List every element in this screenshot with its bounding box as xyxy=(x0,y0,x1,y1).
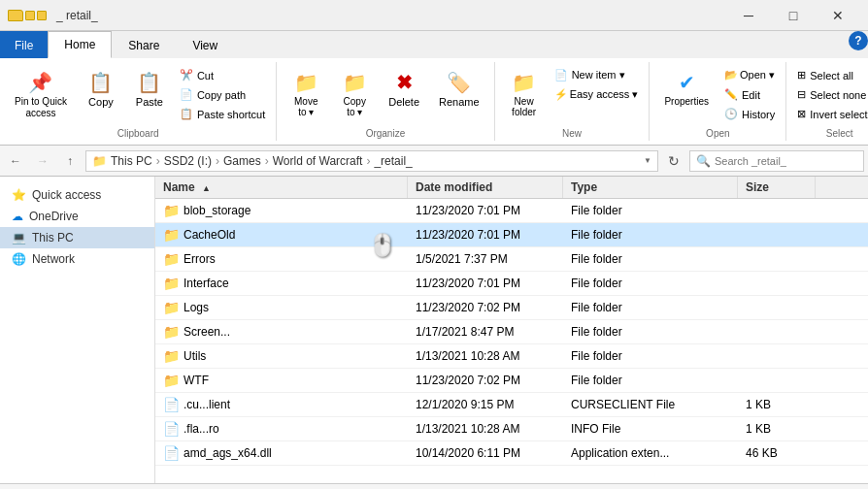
header-size[interactable]: Size xyxy=(738,177,816,198)
file-date-cell: 1/5/2021 7:37 PM xyxy=(408,248,563,270)
tab-share[interactable]: Share xyxy=(112,31,176,58)
close-button[interactable]: ✕ xyxy=(816,0,860,31)
address-bar: ← → ↑ 📁 This PC › SSD2 (I:) › Games › Wo… xyxy=(0,146,868,177)
maximize-button[interactable]: □ xyxy=(771,0,816,31)
paste-shortcut-button[interactable]: 📋 Paste shortcut xyxy=(175,105,270,123)
select-all-button[interactable]: ⊞ Select all xyxy=(792,66,868,84)
folder-icon: 📁 xyxy=(163,324,180,340)
file-name-cell: 📁 Utils xyxy=(155,344,408,368)
copy-button[interactable]: 📋 Copy xyxy=(78,66,124,113)
rename-icon: 🏷️ xyxy=(447,71,471,94)
sidebar-item-onedrive[interactable]: ☁ OneDrive xyxy=(0,206,154,227)
table-row[interactable]: 📁 Errors 1/5/2021 7:37 PM File folder xyxy=(155,247,868,272)
tab-home[interactable]: Home xyxy=(48,31,112,58)
sidebar-item-network[interactable]: 🌐 Network xyxy=(0,248,154,270)
network-icon: 🌐 xyxy=(12,252,26,266)
onedrive-icon: ☁ xyxy=(12,210,23,223)
file-name-cell: 📁 blob_storage xyxy=(155,199,408,222)
title-folder-icon xyxy=(8,10,47,21)
minimize-button[interactable]: ─ xyxy=(726,0,771,31)
file-date-cell: 12/1/2020 9:15 PM xyxy=(408,394,563,415)
new-item-button[interactable]: 📄 New item ▾ xyxy=(550,66,644,84)
invert-selection-button[interactable]: ⊠ Invert selection xyxy=(792,105,868,123)
pin-to-quick-access-button[interactable]: 📌 Pin to Quickaccess xyxy=(6,66,76,124)
history-icon: 🕒 xyxy=(724,108,738,120)
table-row[interactable]: 📁 Screen... 1/17/2021 8:47 PM File folde… xyxy=(155,320,868,344)
new-items: 📁 Newfolder 📄 New item ▾ ⚡ Easy access ▾ xyxy=(501,64,644,126)
edit-icon: ✏️ xyxy=(724,88,738,101)
file-date-cell: 10/14/2020 6:11 PM xyxy=(408,442,563,464)
file-size-cell: 1 KB xyxy=(738,418,816,440)
copy-to-button[interactable]: 📁 Copyto ▾ xyxy=(331,66,378,122)
back-button[interactable]: ← xyxy=(4,149,27,173)
table-row[interactable]: 📁 Utils 1/13/2021 10:28 AM File folder xyxy=(155,344,868,369)
new-folder-button[interactable]: 📁 Newfolder xyxy=(501,66,548,122)
new-small-col: 📄 New item ▾ ⚡ Easy access ▾ xyxy=(550,66,644,104)
move-to-button[interactable]: 📁 Moveto ▾ xyxy=(283,66,329,122)
file-date-cell: 1/17/2021 8:47 PM xyxy=(408,321,563,342)
folder-icon: 📁 xyxy=(163,373,180,388)
table-row[interactable]: 📄 .cu...lient 12/1/2020 9:15 PM CURSECLI… xyxy=(155,393,868,417)
copy-path-button[interactable]: 📄 Copy path xyxy=(175,85,270,104)
file-list-wrap: Name ▲ Date modified Type Size 📁 blob_st… xyxy=(155,177,868,483)
clipboard-label: Clipboard xyxy=(6,126,270,139)
copy-icon: 📋 xyxy=(88,71,113,94)
title-bar-left: _ retail_ xyxy=(8,9,726,22)
delete-button[interactable]: ✖ Delete xyxy=(380,66,428,113)
address-path[interactable]: 📁 This PC › SSD2 (I:) › Games › World of… xyxy=(85,150,658,172)
file-name-cell: 📄 amd_ags_x64.dll xyxy=(155,441,408,465)
open-label: Open xyxy=(655,126,780,139)
file-size-cell: 46 KB xyxy=(738,442,816,464)
main-content: ⭐ Quick access ☁ OneDrive 💻 This PC 🌐 Ne… xyxy=(0,177,868,483)
table-row[interactable]: 📁 blob_storage 11/23/2020 7:01 PM File f… xyxy=(155,199,868,223)
file-date-cell: 11/23/2020 7:02 PM xyxy=(408,370,563,391)
file-type-cell: File folder xyxy=(563,248,738,270)
search-input[interactable] xyxy=(715,155,857,167)
folder-icon: 📁 xyxy=(163,276,180,291)
cut-button[interactable]: ✂️ Cut xyxy=(175,66,270,84)
help-button[interactable]: ? xyxy=(849,31,868,50)
table-row[interactable]: 📄 .fla...ro 1/13/2021 10:28 AM INFO File… xyxy=(155,417,868,441)
new-label: New xyxy=(501,126,644,139)
paste-button[interactable]: 📋 Paste xyxy=(126,66,173,113)
ribbon-tabs: File Home Share View ? xyxy=(0,31,868,58)
tab-view[interactable]: View xyxy=(176,31,234,58)
open-button[interactable]: 📂 Open ▾ xyxy=(719,66,780,84)
file-icon: 📄 xyxy=(163,421,180,437)
header-date[interactable]: Date modified xyxy=(408,177,563,198)
organize-group: 📁 Moveto ▾ 📁 Copyto ▾ ✖ Delete 🏷️ Rename… xyxy=(277,62,494,141)
search-box[interactable]: 🔍 xyxy=(689,150,864,172)
header-type[interactable]: Type xyxy=(563,177,738,198)
file-size-cell: 1 KB xyxy=(738,394,816,415)
rename-button[interactable]: 🏷️ Rename xyxy=(430,66,488,113)
easy-access-button[interactable]: ⚡ Easy access ▾ xyxy=(550,85,644,104)
refresh-button[interactable]: ↻ xyxy=(662,149,685,173)
forward-button[interactable]: → xyxy=(31,149,54,173)
history-button[interactable]: 🕒 History xyxy=(719,105,780,123)
properties-button[interactable]: ✔ Properties xyxy=(655,66,718,112)
folder-icon: 📁 xyxy=(163,300,180,315)
pin-icon: 📌 xyxy=(28,71,52,94)
table-row[interactable]: 📁 Interface 11/23/2020 7:01 PM File fold… xyxy=(155,272,868,296)
organize-items: 📁 Moveto ▾ 📁 Copyto ▾ ✖ Delete 🏷️ Rename xyxy=(283,64,487,126)
select-none-button[interactable]: ⊟ Select none xyxy=(792,85,868,104)
tab-file[interactable]: File xyxy=(0,31,48,58)
table-row[interactable]: 📁 CacheOld 11/23/2020 7:01 PM File folde… xyxy=(155,223,868,247)
easy-access-icon: ⚡ xyxy=(554,88,568,101)
edit-button[interactable]: ✏️ Edit xyxy=(719,85,780,104)
clipboard-group: 📌 Pin to Quickaccess 📋 Copy 📋 Paste ✂️ C… xyxy=(0,62,277,141)
up-button[interactable]: ↑ xyxy=(58,149,82,173)
table-row[interactable]: 📄 amd_ags_x64.dll 10/14/2020 6:11 PM App… xyxy=(155,441,868,466)
address-dropdown-icon: ▼ xyxy=(644,156,651,165)
sidebar-item-quick-access[interactable]: ⭐ Quick access xyxy=(0,184,154,206)
table-row[interactable]: 📁 Logs 11/23/2020 7:02 PM File folder xyxy=(155,296,868,320)
this-pc-icon: 💻 xyxy=(12,231,26,244)
sidebar: ⭐ Quick access ☁ OneDrive 💻 This PC 🌐 Ne… xyxy=(0,177,155,483)
open-group: ✔ Properties 📂 Open ▾ ✏️ Edit 🕒 History … xyxy=(650,62,786,141)
open-icon: 📂 xyxy=(724,69,738,82)
header-name[interactable]: Name ▲ xyxy=(155,177,408,198)
select-label: Select xyxy=(792,126,868,139)
table-row[interactable]: 📁 WTF 11/23/2020 7:02 PM File folder xyxy=(155,369,868,393)
file-icon: 📄 xyxy=(163,445,180,461)
sidebar-item-this-pc[interactable]: 💻 This PC xyxy=(0,227,154,248)
